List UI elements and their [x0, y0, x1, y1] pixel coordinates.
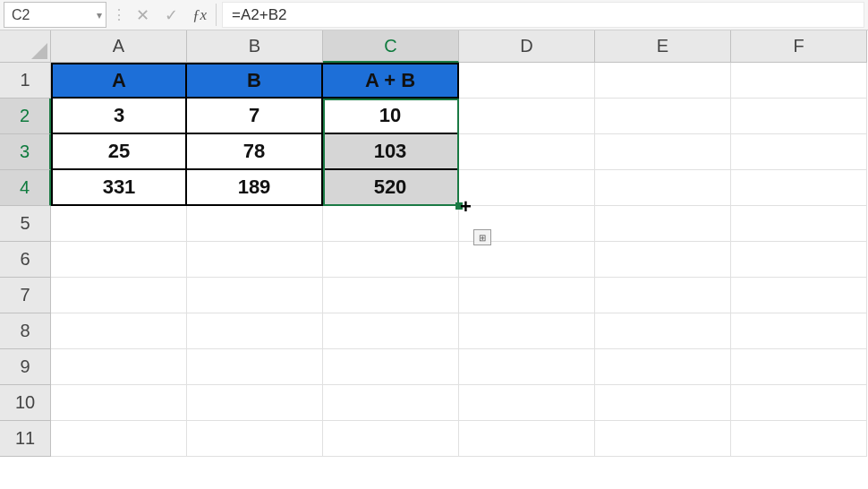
- cell-b7[interactable]: [187, 278, 323, 313]
- row-header-6[interactable]: 6: [0, 242, 51, 278]
- row-header-2[interactable]: 2: [0, 99, 51, 134]
- cell-c7[interactable]: [323, 278, 459, 313]
- cell-f2[interactable]: [731, 99, 867, 134]
- cell-f11[interactable]: [731, 421, 867, 457]
- cell-e5[interactable]: [595, 206, 731, 242]
- cell-f6[interactable]: [731, 242, 867, 278]
- row-header-5[interactable]: 5: [0, 206, 51, 242]
- cell-a9[interactable]: [51, 349, 187, 385]
- cell-f9[interactable]: [731, 349, 867, 385]
- cell-a6[interactable]: [51, 242, 187, 278]
- insert-function-button[interactable]: ƒx: [185, 0, 214, 30]
- select-all-triangle-icon: [31, 43, 47, 59]
- cell-e10[interactable]: [595, 385, 731, 421]
- cell-e7[interactable]: [595, 278, 731, 313]
- cell-a8[interactable]: [51, 313, 187, 349]
- row-5: 5: [0, 206, 868, 242]
- cell-a4[interactable]: 331: [51, 170, 187, 206]
- cell-f7[interactable]: [731, 278, 867, 313]
- cell-a7[interactable]: [51, 278, 187, 313]
- cell-f4[interactable]: [731, 170, 867, 206]
- row-header-7[interactable]: 7: [0, 278, 51, 313]
- fill-cursor-icon: +: [460, 197, 472, 217]
- cell-c11[interactable]: [323, 421, 459, 457]
- cell-f1[interactable]: [731, 63, 867, 99]
- select-all-corner[interactable]: [0, 30, 51, 63]
- cell-c1[interactable]: A + B: [323, 63, 459, 99]
- cell-d4[interactable]: [459, 170, 595, 206]
- cell-a5[interactable]: [51, 206, 187, 242]
- col-header-b[interactable]: B: [187, 30, 323, 63]
- cell-b9[interactable]: [187, 349, 323, 385]
- row-header-11[interactable]: 11: [0, 421, 51, 457]
- cell-d11[interactable]: [459, 421, 595, 457]
- cell-e4[interactable]: [595, 170, 731, 206]
- cell-f5[interactable]: [731, 206, 867, 242]
- cell-d10[interactable]: [459, 385, 595, 421]
- row-1: 1 A B A + B: [0, 63, 868, 99]
- row-header-10[interactable]: 10: [0, 385, 51, 421]
- cell-e3[interactable]: [595, 134, 731, 170]
- cell-a1[interactable]: A: [51, 63, 187, 99]
- row-header-8[interactable]: 8: [0, 313, 51, 349]
- name-box[interactable]: C2 ▾: [4, 2, 106, 28]
- row-11: 11: [0, 421, 868, 457]
- enter-formula-button[interactable]: ✓: [157, 0, 185, 30]
- formula-input[interactable]: =A2+B2: [222, 2, 864, 28]
- row-4: 4 331 189 520: [0, 170, 868, 206]
- cell-b10[interactable]: [187, 385, 323, 421]
- cell-d9[interactable]: [459, 349, 595, 385]
- col-header-a[interactable]: A: [51, 30, 187, 63]
- cell-e8[interactable]: [595, 313, 731, 349]
- row-10: 10: [0, 385, 868, 421]
- cancel-formula-button[interactable]: ✕: [128, 0, 157, 30]
- cell-b2[interactable]: 7: [187, 99, 323, 134]
- cell-c9[interactable]: [323, 349, 459, 385]
- cell-c2[interactable]: 10: [323, 99, 459, 134]
- autofill-options-button[interactable]: ⊞: [473, 229, 491, 245]
- cell-e6[interactable]: [595, 242, 731, 278]
- row-header-1[interactable]: 1: [0, 63, 51, 99]
- cell-d3[interactable]: [459, 134, 595, 170]
- cell-e2[interactable]: [595, 99, 731, 134]
- column-header-row: A B C D E F: [0, 30, 868, 63]
- cell-b1[interactable]: B: [187, 63, 323, 99]
- cell-a11[interactable]: [51, 421, 187, 457]
- cell-c5[interactable]: [323, 206, 459, 242]
- cell-d2[interactable]: [459, 99, 595, 134]
- col-header-e[interactable]: E: [595, 30, 731, 63]
- cell-b4[interactable]: 189: [187, 170, 323, 206]
- cell-b8[interactable]: [187, 313, 323, 349]
- cell-e1[interactable]: [595, 63, 731, 99]
- cell-d6[interactable]: [459, 242, 595, 278]
- cell-d1[interactable]: [459, 63, 595, 99]
- spreadsheet-grid[interactable]: A B C D E F 1 A B A + B 2 3 7 10 3 25 78…: [0, 30, 868, 457]
- cell-c8[interactable]: [323, 313, 459, 349]
- cell-b6[interactable]: [187, 242, 323, 278]
- cell-a10[interactable]: [51, 385, 187, 421]
- cell-c6[interactable]: [323, 242, 459, 278]
- cell-f10[interactable]: [731, 385, 867, 421]
- col-header-f[interactable]: F: [731, 30, 867, 63]
- cell-d8[interactable]: [459, 313, 595, 349]
- row-header-9[interactable]: 9: [0, 349, 51, 385]
- cell-e11[interactable]: [595, 421, 731, 457]
- cell-c4[interactable]: 520: [323, 170, 459, 206]
- cell-d7[interactable]: [459, 278, 595, 313]
- row-header-4[interactable]: 4: [0, 170, 51, 206]
- svg-marker-0: [31, 43, 47, 59]
- cell-c3[interactable]: 103: [323, 134, 459, 170]
- col-header-c[interactable]: C: [323, 30, 459, 63]
- cell-f3[interactable]: [731, 134, 867, 170]
- row-header-3[interactable]: 3: [0, 134, 51, 170]
- cell-c10[interactable]: [323, 385, 459, 421]
- name-box-dropdown-icon[interactable]: ▾: [97, 9, 102, 21]
- cell-a2[interactable]: 3: [51, 99, 187, 134]
- cell-f8[interactable]: [731, 313, 867, 349]
- cell-b11[interactable]: [187, 421, 323, 457]
- cell-b3[interactable]: 78: [187, 134, 323, 170]
- col-header-d[interactable]: D: [459, 30, 595, 63]
- cell-a3[interactable]: 25: [51, 134, 187, 170]
- cell-b5[interactable]: [187, 206, 323, 242]
- cell-e9[interactable]: [595, 349, 731, 385]
